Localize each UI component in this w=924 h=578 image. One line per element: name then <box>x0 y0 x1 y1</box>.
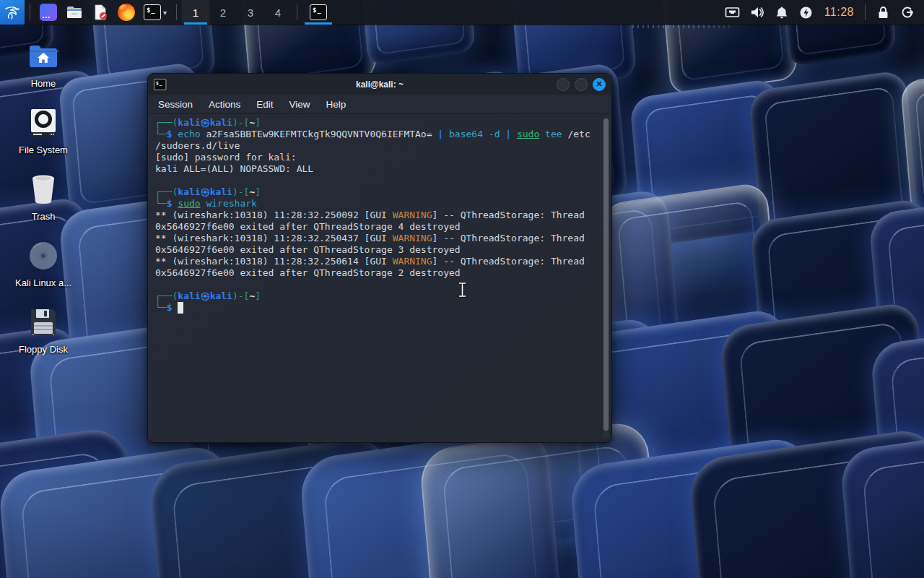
notifications-tray-icon[interactable] <box>770 0 794 25</box>
panel-clock[interactable]: 11:28 <box>819 6 860 19</box>
desktop-icon-trash[interactable]: Trash <box>6 171 81 225</box>
lock-icon <box>877 6 889 20</box>
launcher-file-manager[interactable] <box>61 0 87 25</box>
chevron-down-icon[interactable]: ▾ <box>163 9 167 17</box>
panel-separator <box>865 4 866 20</box>
firefox-icon <box>118 4 135 21</box>
menu-view[interactable]: View <box>289 99 310 110</box>
terminal-body[interactable]: ┌──(kali㉿kali)-[~]└─$ echo a2FsaSBBTEw9K… <box>148 114 611 443</box>
terminal-line: 0x5646927f6e00 exited after QThreadStora… <box>155 267 597 279</box>
terminal-line <box>155 175 597 186</box>
desktop-icon-label: Trash <box>32 211 56 222</box>
window-menubar: Session Actions Edit View Help <box>148 95 611 114</box>
terminal-line: /sudoers.d/live <box>155 140 597 152</box>
terminal-line: ** (wireshark:10318) 11:28:32.250092 [GU… <box>155 210 597 221</box>
menu-edit[interactable]: Edit <box>256 99 273 110</box>
kali-dragon-icon <box>4 4 21 21</box>
panel-separator <box>30 4 30 20</box>
terminal-line: ** (wireshark:10318) 11:28:32.250437 [GU… <box>155 233 597 244</box>
desktop-icon-label: File System <box>19 144 68 155</box>
window-titlebar[interactable]: $_ kali@kali: ~ ✕ <box>148 74 611 95</box>
maximize-button[interactable] <box>575 78 588 91</box>
desktop-icon-file-system[interactable]: File System <box>6 104 81 158</box>
terminal-line: ┌──(kali㉿kali)-[~] <box>155 186 597 198</box>
terminal-scrollbar[interactable] <box>603 117 609 439</box>
terminal-line: ┌──(kali㉿kali)-[~] <box>155 290 597 302</box>
desktop-icon-home[interactable]: Home <box>6 38 81 92</box>
terminal-line: 0x5646927f6e00 exited after QThreadStora… <box>155 221 597 233</box>
terminal-icon: $_ <box>310 4 327 20</box>
desktop-icon-label: Floppy Disk <box>19 344 68 355</box>
speaker-icon <box>750 6 764 19</box>
workspace-2[interactable]: 2 <box>209 0 237 25</box>
hard-drive-icon <box>27 107 59 139</box>
lock-screen-button[interactable] <box>871 0 895 25</box>
terminal-line <box>155 279 597 290</box>
desktop-icon-label: Home <box>31 78 56 89</box>
power-bolt-icon <box>799 6 813 20</box>
kali-menu-button[interactable] <box>0 0 25 25</box>
launcher-desktop-window[interactable] <box>35 0 61 25</box>
workspace-3[interactable]: 3 <box>237 0 264 25</box>
panel-separator <box>297 4 297 20</box>
launcher-text-editor[interactable] <box>87 0 113 25</box>
launcher-firefox[interactable] <box>113 0 139 25</box>
terminal-output[interactable]: ┌──(kali㉿kali)-[~]└─$ echo a2FsaSBBTEw9K… <box>155 117 597 440</box>
top-panel: $_ ▾ 1 2 3 4 $_ 11:28 <box>0 0 924 25</box>
workspace-1[interactable]: 1 <box>182 0 209 25</box>
close-icon: ✕ <box>596 80 602 88</box>
panel-separator <box>176 4 177 20</box>
desktop-icon-column: Home File System Trash <box>6 38 81 358</box>
workspace-4-label: 4 <box>275 7 281 19</box>
terminal-icon: $_ <box>144 4 161 20</box>
terminal-line: ** (wireshark:10318) 11:28:32.250614 [GU… <box>155 256 597 267</box>
menu-actions[interactable]: Actions <box>209 99 240 110</box>
taskbar-terminal-window[interactable]: $_ <box>302 0 334 25</box>
window-title: kali@kali: ~ <box>148 79 611 90</box>
document-icon <box>92 4 109 21</box>
launcher-terminal[interactable]: $_ ▾ <box>139 0 171 25</box>
workspace-3-label: 3 <box>248 7 253 19</box>
window-buttons: ✕ <box>557 78 606 91</box>
terminal-line: ┌──(kali㉿kali)-[~] <box>155 117 597 129</box>
desktop-icon-label: Kali Linux a... <box>15 277 71 288</box>
terminal-line: └─$ sudo wireshark <box>155 198 597 210</box>
close-button[interactable]: ✕ <box>593 78 606 91</box>
window-icon <box>40 4 57 21</box>
trash-can-icon <box>27 173 59 205</box>
scrollbar-thumb[interactable] <box>603 118 609 431</box>
power-manager-tray-icon[interactable] <box>794 0 819 25</box>
desktop-icon-kali-installer[interactable]: Kali Linux a... <box>6 237 81 291</box>
menu-session[interactable]: Session <box>158 99 193 110</box>
workspace-4[interactable]: 4 <box>264 0 292 25</box>
terminal-line: kali ALL=(ALL) NOPASSWD: ALL <box>155 163 597 175</box>
workspace-2-label: 2 <box>220 7 226 19</box>
minimize-button[interactable] <box>557 78 570 91</box>
window-terminal-icon: $_ <box>154 79 166 90</box>
ethernet-icon <box>725 6 740 19</box>
network-tray-icon[interactable] <box>720 0 745 25</box>
log-out-button[interactable] <box>895 0 920 25</box>
home-folder-icon <box>27 40 59 72</box>
bell-icon <box>775 6 788 20</box>
menu-help[interactable]: Help <box>326 99 346 110</box>
cd-disc-icon <box>27 240 59 272</box>
volume-tray-icon[interactable] <box>745 0 770 25</box>
logout-icon <box>900 5 915 20</box>
workspace-1-label: 1 <box>193 7 199 19</box>
floppy-disk-icon <box>27 306 59 338</box>
qterminal-window: $_ kali@kali: ~ ✕ Session Actions Edit V… <box>147 73 612 443</box>
desktop-icon-floppy-disk[interactable]: Floppy Disk <box>6 303 81 358</box>
terminal-line: [sudo] password for kali: <box>155 152 597 163</box>
folder-icon <box>66 4 83 21</box>
terminal-line: 0x5646927f6e00 exited after QThreadStora… <box>155 244 597 256</box>
terminal-line: └─$ echo a2FsaSBBTEw9KEFMTCkgTk9QQVNTV0Q… <box>155 129 597 140</box>
terminal-line: └─$ <box>155 302 597 314</box>
